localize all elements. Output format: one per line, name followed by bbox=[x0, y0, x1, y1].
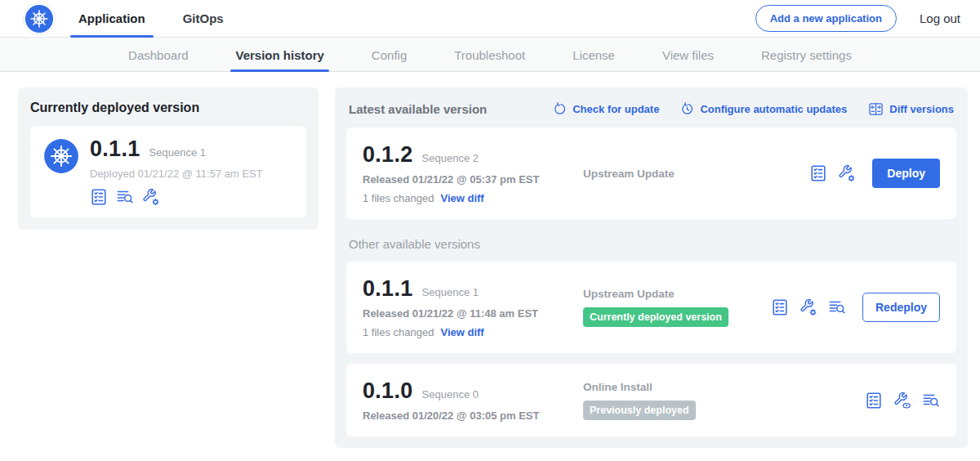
version-actions: Deploy bbox=[809, 159, 940, 188]
previously-deployed-badge: Previously deployed bbox=[583, 401, 696, 420]
subnav-tab-view-files[interactable]: View files bbox=[662, 38, 714, 72]
deploy-button[interactable]: Deploy bbox=[872, 159, 940, 188]
app-subnav: Dashboard Version history Config Trouble… bbox=[0, 38, 980, 72]
release-notes-icon[interactable] bbox=[90, 188, 108, 206]
deployed-version-number: 0.1.1 bbox=[90, 137, 140, 162]
app-logo bbox=[23, 2, 56, 35]
configure-updates-label: Configure automatic updates bbox=[700, 103, 847, 115]
view-diff-link[interactable]: View diff bbox=[440, 326, 483, 338]
version-actions bbox=[865, 392, 940, 410]
configure-automatic-updates-link[interactable]: Configure automatic updates bbox=[680, 102, 847, 116]
released-timestamp: Released 01/20/22 @ 03:05 pm EST bbox=[363, 410, 575, 422]
subnav-tab-label: License bbox=[572, 48, 615, 62]
subnav-tab-label: Troubleshoot bbox=[454, 48, 525, 62]
subnav-tab-registry-settings[interactable]: Registry settings bbox=[761, 38, 852, 72]
version-number: 0.1.0 bbox=[363, 378, 413, 404]
source-label: Upstream Update bbox=[583, 288, 771, 300]
subnav-tab-label: Dashboard bbox=[128, 48, 188, 62]
version-actions: Redeploy bbox=[771, 293, 940, 322]
diff-versions-label: Diff versions bbox=[889, 103, 954, 115]
tab-application-label: Application bbox=[78, 11, 145, 25]
deployed-app-logo bbox=[43, 137, 79, 206]
add-application-button[interactable]: Add a new application bbox=[755, 5, 897, 32]
tab-application[interactable]: Application bbox=[78, 0, 145, 38]
auto-update-icon bbox=[680, 102, 694, 116]
version-number: 0.1.1 bbox=[363, 276, 413, 302]
header-tabs: Application GitOps bbox=[78, 0, 261, 38]
version-row-0-1-0: 0.1.0 Sequence 0 Released 01/20/22 @ 03:… bbox=[346, 364, 956, 436]
release-notes-icon[interactable] bbox=[771, 298, 789, 316]
subnav-tab-license[interactable]: License bbox=[572, 38, 615, 72]
version-source: Online Install Previously deployed bbox=[575, 381, 865, 420]
version-row-0-1-1: 0.1.1 Sequence 1 Released 01/21/22 @ 11:… bbox=[346, 262, 956, 353]
deployed-timestamp: Deployed 01/21/22 @ 11:57 am EST bbox=[90, 168, 263, 180]
deployed-card-title: Currently deployed version bbox=[30, 101, 306, 115]
version-source: Upstream Update Currently deployed versi… bbox=[575, 288, 771, 327]
tab-gitops-label: GitOps bbox=[183, 11, 224, 25]
subnav-tab-config[interactable]: Config bbox=[372, 38, 407, 72]
version-row-0-1-2: 0.1.2 Sequence 2 Released 01/21/22 @ 05:… bbox=[346, 128, 956, 219]
view-diff-link[interactable]: View diff bbox=[440, 192, 483, 204]
files-changed-label: 1 files changed bbox=[363, 192, 434, 204]
panel-actions: Check for update Configure automatic upd… bbox=[553, 101, 954, 117]
version-number: 0.1.2 bbox=[363, 142, 413, 168]
files-changed-label: 1 files changed bbox=[363, 326, 434, 338]
edit-config-icon[interactable] bbox=[142, 188, 160, 206]
tab-gitops[interactable]: GitOps bbox=[183, 0, 224, 38]
logout-button[interactable]: Log out bbox=[920, 11, 960, 25]
source-label: Online Install bbox=[583, 381, 865, 393]
top-header: Application GitOps Add a new application… bbox=[0, 0, 980, 38]
sequence-label: Sequence 2 bbox=[422, 152, 479, 164]
view-config-icon[interactable] bbox=[893, 392, 911, 410]
version-history-panel: Latest available version Check for updat… bbox=[335, 87, 968, 448]
kubernetes-logo-icon bbox=[24, 4, 54, 34]
check-update-icon bbox=[553, 102, 567, 116]
version-source: Upstream Update bbox=[575, 168, 809, 180]
sequence-label: Sequence 0 bbox=[422, 388, 479, 401]
subnav-tab-label: Registry settings bbox=[761, 48, 852, 62]
latest-version-title: Latest available version bbox=[349, 102, 487, 116]
check-for-update-link[interactable]: Check for update bbox=[553, 102, 659, 116]
deployed-version-info: 0.1.1 Sequence 1 Deployed 01/21/22 @ 11:… bbox=[90, 137, 263, 206]
sequence-label: Sequence 1 bbox=[422, 286, 479, 298]
subnav-tab-troubleshoot[interactable]: Troubleshoot bbox=[454, 38, 525, 72]
deploy-logs-icon[interactable] bbox=[828, 298, 846, 316]
version-info: 0.1.2 Sequence 2 Released 01/21/22 @ 05:… bbox=[363, 142, 575, 204]
currently-deployed-card: Currently deployed version 0.1.1 Sequenc… bbox=[18, 87, 318, 230]
main-content: Currently deployed version 0.1.1 Sequenc… bbox=[0, 72, 980, 448]
released-timestamp: Released 01/21/22 @ 11:48 am EST bbox=[363, 307, 575, 320]
diff-versions-link[interactable]: Diff versions bbox=[868, 101, 954, 117]
diff-versions-icon bbox=[868, 101, 884, 117]
released-timestamp: Released 01/21/22 @ 05:37 pm EST bbox=[363, 173, 575, 186]
edit-config-icon[interactable] bbox=[800, 298, 817, 316]
version-info: 0.1.1 Sequence 1 Released 01/21/22 @ 11:… bbox=[363, 276, 575, 338]
deployed-version-card: 0.1.1 Sequence 1 Deployed 01/21/22 @ 11:… bbox=[30, 126, 306, 217]
redeploy-button[interactable]: Redeploy bbox=[862, 293, 940, 322]
subnav-tab-label: Config bbox=[372, 48, 407, 62]
deployed-actions bbox=[90, 188, 263, 206]
other-versions-title: Other available versions bbox=[349, 237, 954, 251]
kubernetes-logo-icon bbox=[43, 138, 79, 174]
edit-config-icon[interactable] bbox=[838, 164, 856, 182]
source-label: Upstream Update bbox=[583, 168, 809, 180]
deploy-logs-icon[interactable] bbox=[922, 392, 940, 410]
currently-deployed-badge: Currently deployed version bbox=[583, 307, 728, 327]
latest-version-header: Latest available version Check for updat… bbox=[349, 101, 954, 117]
subnav-tab-label: View files bbox=[662, 48, 714, 62]
subnav-tab-dashboard[interactable]: Dashboard bbox=[128, 38, 188, 72]
subnav-tab-version-history[interactable]: Version history bbox=[235, 38, 323, 72]
release-notes-icon[interactable] bbox=[809, 164, 827, 182]
deployed-sequence-label: Sequence 1 bbox=[149, 146, 206, 159]
deploy-logs-icon[interactable] bbox=[116, 188, 134, 206]
check-update-label: Check for update bbox=[572, 103, 659, 115]
release-notes-icon[interactable] bbox=[865, 392, 883, 410]
subnav-tab-label: Version history bbox=[235, 48, 323, 62]
version-info: 0.1.0 Sequence 0 Released 01/20/22 @ 03:… bbox=[363, 378, 575, 422]
